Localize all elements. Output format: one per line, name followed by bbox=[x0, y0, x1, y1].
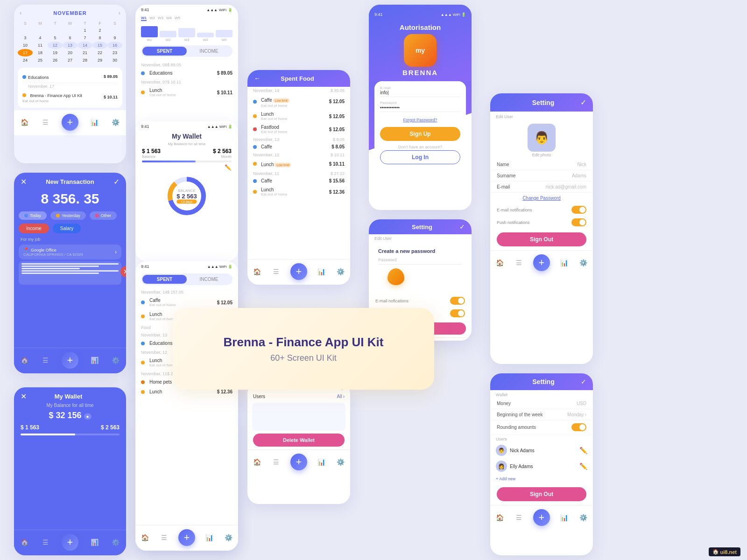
auth-bg: 9:41 ▲▲▲ WiFi 🔋 Autorisation my BRENNA bbox=[369, 5, 472, 81]
food2-nav-plus[interactable]: + bbox=[290, 454, 307, 470]
dot-caffe3 bbox=[253, 179, 257, 183]
setting1-title: Setting bbox=[532, 99, 554, 106]
users-add-new-row[interactable]: + Add new bbox=[490, 474, 593, 483]
food2-all-button[interactable]: All › bbox=[337, 394, 345, 399]
setting2-money-row: Money USD bbox=[490, 398, 593, 409]
newtx2-nav-plus[interactable]: + bbox=[62, 534, 78, 551]
newtx-confirm-icon[interactable]: ✓ bbox=[113, 177, 120, 186]
food2-nav-list[interactable]: ☰ bbox=[271, 457, 281, 467]
setting-pass-header: Setting ✓ bbox=[369, 219, 472, 234]
auth-signup-button[interactable]: Sign Up bbox=[380, 127, 460, 141]
newtx-nav-plus[interactable]: + bbox=[62, 352, 78, 369]
cal-next-icon[interactable]: › bbox=[119, 9, 120, 16]
elly-edit-icon[interactable]: ✏️ bbox=[579, 462, 587, 470]
setting1-email-notif-toggle[interactable] bbox=[571, 206, 586, 214]
setting1-push-notif-toggle[interactable] bbox=[571, 218, 586, 226]
tab-income[interactable]: INCOME bbox=[187, 47, 231, 56]
setting1-change-pass-link[interactable]: Change Password bbox=[490, 193, 593, 203]
spent2-nav-gear[interactable]: ⚙️ bbox=[224, 533, 233, 542]
spent2-nav-home[interactable]: 🏠 bbox=[140, 533, 149, 542]
newtx-salary-button[interactable]: Salary bbox=[53, 224, 81, 233]
cal-prev-icon[interactable]: ‹ bbox=[20, 9, 21, 16]
newtx-nav-gear[interactable]: ⚙️ bbox=[111, 356, 120, 365]
calendar-phone: ‹ NOVEMBER › S M T W T F S 1 2 3 4 5 6 7… bbox=[14, 5, 126, 163]
week-pill-w2[interactable]: W2 bbox=[149, 16, 155, 21]
tab-spent[interactable]: SPENT bbox=[142, 47, 187, 56]
pass-field-label: Password bbox=[378, 258, 462, 262]
auth-user-name: BRENNA bbox=[369, 69, 472, 81]
week-pill-w4[interactable]: W4 bbox=[166, 16, 172, 21]
week-pill-w1[interactable]: W1 bbox=[141, 16, 147, 21]
food-back-button[interactable]: ← bbox=[254, 75, 261, 82]
newtx-close-icon[interactable]: ✕ bbox=[21, 177, 27, 186]
newtx-nav-chart[interactable]: 📊 bbox=[90, 356, 99, 365]
setting1-nav-chart[interactable]: 📊 bbox=[560, 258, 569, 267]
spent2-tab-income[interactable]: INCOME bbox=[187, 275, 231, 284]
newtx-nav-list[interactable]: ☰ bbox=[41, 356, 50, 365]
food2-nav-chart[interactable]: 📊 bbox=[317, 457, 326, 467]
newtx-nav-home[interactable]: 🏠 bbox=[20, 356, 29, 365]
food2-nav-home[interactable]: 🏠 bbox=[252, 457, 261, 467]
newtx-location[interactable]: 📍 Google Office CALIFORNIA SPRINGS / CA … bbox=[19, 245, 121, 259]
setting2-check-icon[interactable]: ✓ bbox=[581, 378, 586, 385]
setting-pass-check-icon[interactable]: ✓ bbox=[459, 223, 465, 231]
setting1-nav-plus[interactable]: + bbox=[533, 254, 550, 271]
elly-avatar: 👩 bbox=[496, 461, 507, 472]
setting1-nav-list[interactable]: ☰ bbox=[514, 258, 523, 267]
food-nav-chart[interactable]: 📊 bbox=[317, 267, 326, 276]
newtx-pill-today[interactable]: Today bbox=[19, 211, 47, 220]
nick-edit-icon[interactable]: ✏️ bbox=[579, 447, 587, 454]
newtx2-nav-gear[interactable]: ⚙️ bbox=[111, 538, 120, 547]
wallet-edit-icon[interactable]: ✏️ bbox=[225, 164, 232, 171]
setting2-nav-chart[interactable]: 📊 bbox=[560, 513, 569, 522]
food-row-caffe2: Caffe $ 8.05 bbox=[247, 142, 350, 151]
nav-plus-button[interactable]: + bbox=[62, 114, 78, 131]
nav-chart-icon[interactable]: 📊 bbox=[90, 118, 99, 127]
auth-forgot-link[interactable]: Forgot Password? bbox=[380, 116, 460, 124]
setting2-nav-gear[interactable]: ⚙️ bbox=[579, 513, 588, 522]
food-header: ← Spent Food bbox=[247, 70, 350, 87]
week-pill-w3[interactable]: W3 bbox=[158, 16, 163, 21]
pass-email-notif-toggle[interactable] bbox=[450, 297, 465, 305]
food-nav-home[interactable]: 🏠 bbox=[252, 267, 261, 276]
pass-push-notif-toggle[interactable] bbox=[450, 309, 465, 317]
newtx2-close-icon[interactable]: ✕ bbox=[21, 392, 27, 401]
setting2-nav-list[interactable]: ☰ bbox=[514, 513, 523, 522]
newtx-loc-arrow: › bbox=[115, 249, 117, 255]
setting1-nav-gear[interactable]: ⚙️ bbox=[579, 258, 588, 267]
newtx2-nav-home[interactable]: 🏠 bbox=[20, 538, 29, 547]
setting2-title: Setting bbox=[532, 378, 554, 385]
nav-gear-icon[interactable]: ⚙️ bbox=[111, 118, 120, 127]
dot-fastfood bbox=[253, 127, 257, 131]
food-nav-list[interactable]: ☰ bbox=[271, 267, 281, 276]
setting1-signout-button[interactable]: Sign Out bbox=[497, 232, 586, 246]
auth-no-account-label: Don't have an account? bbox=[380, 144, 460, 150]
food-title: Spent Food bbox=[264, 75, 331, 82]
newtx-pill-other[interactable]: Other bbox=[90, 211, 117, 220]
food-nav-gear[interactable]: ⚙️ bbox=[336, 267, 345, 276]
setting2-nav-home[interactable]: 🏠 bbox=[495, 513, 504, 522]
auth-login-button[interactable]: Log In bbox=[380, 150, 460, 164]
nav-list-icon[interactable]: ☰ bbox=[41, 118, 50, 127]
nav-home-icon[interactable]: 🏠 bbox=[20, 118, 29, 127]
week-pill-w5[interactable]: W5 bbox=[175, 16, 180, 21]
watermark: 🏠 ui8.net bbox=[709, 547, 740, 556]
food-nav-plus[interactable]: + bbox=[290, 263, 307, 280]
spent2-nav-list[interactable]: ☰ bbox=[159, 533, 169, 542]
newtx2-nav-list[interactable]: ☰ bbox=[41, 538, 50, 547]
newtx-income-button[interactable]: Income bbox=[19, 224, 49, 233]
spent2-nav-plus[interactable]: + bbox=[178, 529, 195, 546]
food2-delete-wallet-button[interactable]: Delete Wallet bbox=[253, 434, 345, 447]
spent2-nav-chart[interactable]: 📊 bbox=[205, 533, 214, 542]
setting1-nav-home[interactable]: 🏠 bbox=[495, 258, 504, 267]
setting2-nav-plus[interactable]: + bbox=[533, 509, 550, 526]
setting1-edit-photo-label[interactable]: Edit photo bbox=[532, 152, 551, 157]
newtx2-nav-chart[interactable]: 📊 bbox=[90, 538, 99, 547]
setting1-check-icon[interactable]: ✓ bbox=[580, 98, 586, 107]
setting2-signout-button[interactable]: Sign Out bbox=[497, 487, 586, 501]
food2-nav-gear[interactable]: ⚙️ bbox=[336, 457, 345, 467]
add-new-label[interactable]: + Add new bbox=[496, 476, 515, 481]
setting2-rounding-toggle[interactable] bbox=[571, 423, 586, 431]
spent2-tab-spent[interactable]: SPENT bbox=[142, 275, 187, 284]
newtx-pill-yesterday[interactable]: Yesterday bbox=[50, 211, 86, 220]
